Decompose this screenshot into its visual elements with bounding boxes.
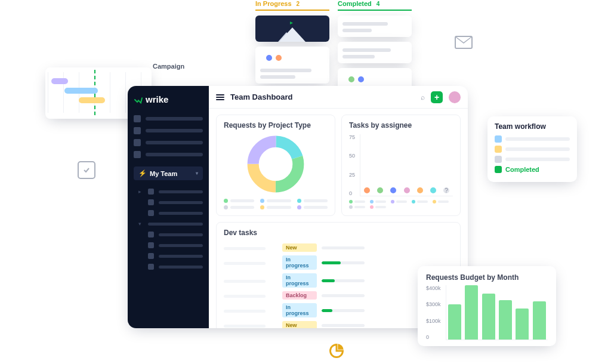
task-row[interactable]: New — [224, 242, 453, 254]
doc-icon — [148, 232, 154, 237]
nav-item[interactable] — [134, 149, 203, 161]
card-title: Team workflow — [495, 122, 570, 131]
avatar — [363, 186, 371, 195]
calendar-icon — [148, 199, 154, 205]
sidebar-item[interactable] — [134, 240, 203, 251]
bar-legend — [349, 200, 453, 209]
gantt-bar[interactable] — [79, 97, 105, 103]
donut-legend — [224, 199, 328, 209]
workflow-row — [495, 135, 570, 143]
sidebar-item[interactable]: ▸ — [134, 186, 203, 197]
nav-item[interactable] — [134, 125, 203, 137]
doc-icon — [148, 242, 154, 248]
gantt-bar[interactable] — [51, 78, 68, 84]
team-workflow-card: Team workflow Completed — [487, 116, 577, 182]
add-button[interactable]: + — [431, 91, 443, 103]
team-label: My Team — [150, 170, 177, 177]
logo[interactable]: wrike — [134, 94, 203, 104]
status-pill: In progress — [282, 255, 317, 270]
progress-bar — [322, 324, 365, 327]
avatar — [416, 186, 424, 195]
avatar — [274, 54, 283, 62]
house-icon — [148, 253, 154, 259]
color-swatch — [495, 156, 502, 163]
requests-by-type-card: Requests by Project Type — [216, 115, 335, 216]
budget-bar — [516, 309, 529, 340]
briefcase-icon — [148, 210, 154, 216]
kanban-col-label: Completed — [338, 0, 372, 7]
pie-chart-icon — [328, 343, 345, 359]
progress-bar — [322, 246, 365, 249]
sidebar-item[interactable] — [134, 229, 203, 240]
kanban-col-label: In Progress — [255, 0, 292, 7]
sidebar-item[interactable] — [134, 251, 203, 261]
donut-chart — [246, 134, 306, 194]
menu-icon[interactable] — [216, 94, 224, 100]
kanban-card[interactable] — [338, 16, 412, 37]
workflow-completed-label: Completed — [505, 166, 539, 173]
progress-bar — [322, 279, 365, 282]
search-icon[interactable]: ⌕ — [421, 93, 425, 101]
sidebar-item[interactable]: ▾ — [134, 218, 203, 229]
sidebar-item[interactable] — [134, 261, 203, 272]
kanban-col-header: Completed 4 — [338, 0, 412, 11]
color-swatch — [495, 166, 502, 173]
progress-bar — [322, 309, 365, 312]
kanban-card-feature[interactable]: ▸ — [255, 16, 329, 42]
y-axis: 0$100k$300k$400k — [426, 285, 441, 340]
card-title: Requests Budget by Month — [426, 273, 548, 282]
tasks-by-assignee-card: Tasks by assignee 0255075 ? — [341, 115, 461, 216]
status-pill: Backlog — [282, 291, 317, 300]
list-icon — [134, 127, 141, 134]
status-pill: In progress — [282, 303, 317, 317]
nav-item[interactable] — [134, 137, 203, 149]
budget-card: Requests Budget by Month 0$100k$300k$400… — [418, 266, 556, 346]
budget-bar — [499, 300, 512, 340]
nav-item[interactable] — [134, 113, 203, 125]
status-pill: New — [282, 243, 317, 252]
avatar — [347, 75, 356, 84]
doc-icon — [148, 264, 154, 270]
sidebar: wrike ⚡ My Team ▾ ▸ ▾ — [128, 86, 209, 328]
y-axis: 0255075 — [349, 134, 356, 196]
kanban-col-count: 2 — [294, 1, 303, 7]
kanban-col-count: 4 — [374, 1, 382, 7]
gantt-label: Campaign — [153, 63, 184, 70]
budget-bar — [448, 304, 461, 340]
sidebar-item[interactable] — [134, 197, 203, 208]
flag-icon: ▸ — [290, 19, 293, 26]
feature-image: ▸ — [255, 16, 329, 42]
kanban-floating: In Progress 2 ▸ Completed 4 — [255, 0, 412, 98]
board-icon — [134, 139, 141, 146]
card-title: Tasks by assignee — [349, 121, 453, 129]
budget-bars — [446, 285, 548, 340]
avatar — [389, 186, 397, 195]
avatar — [357, 75, 365, 84]
kanban-card[interactable] — [338, 42, 412, 63]
kanban-col-completed: Completed 4 — [338, 0, 412, 98]
status-pill: In progress — [282, 273, 317, 288]
budget-bar — [465, 285, 478, 340]
page-title: Team Dashboard — [230, 92, 415, 101]
budget-bar — [533, 301, 546, 340]
color-swatch — [495, 146, 502, 153]
user-avatar[interactable] — [449, 91, 461, 103]
home-icon — [134, 115, 141, 122]
kanban-col-inprogress: In Progress 2 ▸ — [255, 0, 329, 98]
workflow-row-completed: Completed — [495, 166, 570, 173]
card-title: Requests by Project Type — [224, 121, 328, 129]
sidebar-item[interactable] — [134, 208, 203, 218]
topbar: Team Dashboard ⌕ + — [209, 86, 468, 109]
mail-icon — [455, 36, 473, 49]
status-pill: New — [282, 321, 317, 328]
kanban-card[interactable] — [255, 47, 329, 84]
gantt-bar[interactable] — [64, 88, 98, 94]
kanban-col-header: In Progress 2 — [255, 0, 329, 11]
workflow-row — [495, 156, 570, 163]
avatar: ? — [442, 186, 450, 195]
progress-bar — [322, 294, 365, 297]
stacked-bars: ? — [360, 134, 453, 196]
team-selector[interactable]: ⚡ My Team ▾ — [134, 166, 203, 180]
checkbox-icon — [78, 161, 95, 179]
progress-bar — [322, 261, 365, 264]
